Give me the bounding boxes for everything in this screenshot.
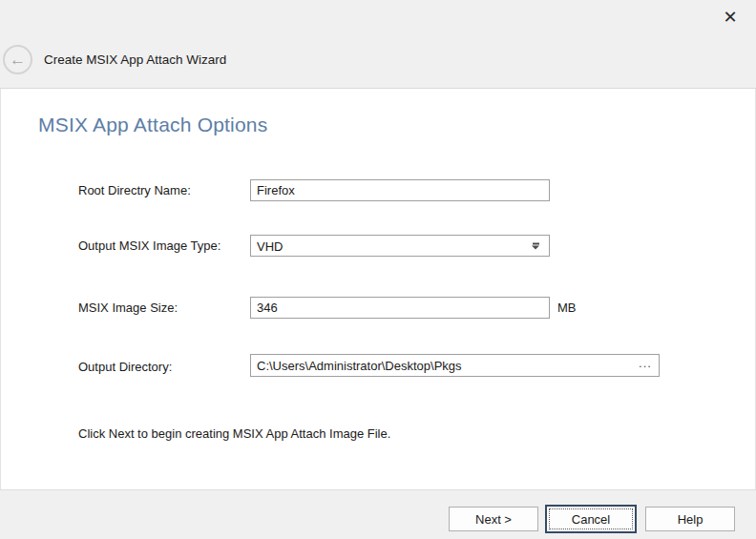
chevron-down-icon: [532, 242, 540, 249]
image-size-input[interactable]: [250, 297, 550, 319]
output-directory-input[interactable]: [251, 355, 632, 376]
wizard-title: Create MSIX App Attach Wizard: [44, 52, 226, 67]
back-arrow-icon: ←: [10, 52, 26, 68]
back-button[interactable]: ←: [3, 45, 32, 74]
image-type-label: Output MSIX Image Type:: [78, 238, 220, 253]
image-type-dropdown[interactable]: VHD: [250, 235, 550, 257]
page-title: MSIX App Attach Options: [38, 114, 267, 136]
output-directory-field: ...: [250, 354, 660, 377]
browse-ellipsis-icon[interactable]: ...: [634, 355, 657, 376]
close-icon[interactable]: ✕: [718, 5, 743, 30]
cancel-button[interactable]: Cancel: [545, 505, 637, 533]
instruction-text: Click Next to begin creating MSIX App At…: [78, 426, 390, 441]
wizard-header: ✕ ← Create MSIX App Attach Wizard: [0, 0, 756, 89]
root-directory-label: Root Directry Name:: [78, 183, 191, 197]
help-button[interactable]: Help: [645, 507, 735, 531]
next-button[interactable]: Next >: [449, 507, 538, 531]
wizard-dialog: ✕ ← Create MSIX App Attach Wizard MSIX A…: [0, 0, 756, 539]
image-size-label: MSIX Image Size:: [78, 301, 178, 315]
image-type-selected-value: VHD: [257, 238, 283, 253]
image-size-unit-label: MB: [557, 301, 577, 315]
footer-bar: Next > Cancel Help: [0, 489, 756, 539]
output-directory-label: Output Directory:: [78, 360, 172, 374]
root-directory-input[interactable]: [250, 179, 550, 201]
